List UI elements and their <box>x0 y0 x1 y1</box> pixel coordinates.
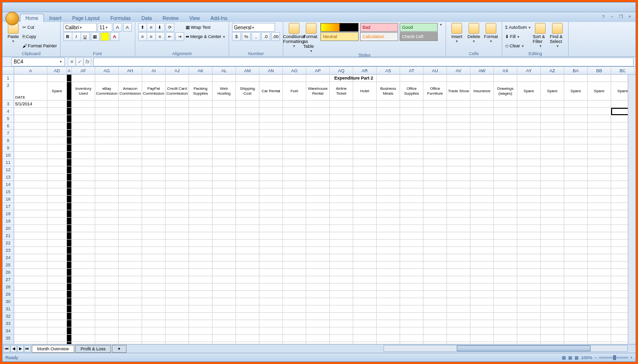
cell[interactable] <box>424 115 447 122</box>
cell[interactable] <box>259 144 283 152</box>
cell[interactable] <box>72 203 95 210</box>
header-cell[interactable]: Packing Supplies <box>189 82 213 101</box>
cell[interactable] <box>72 174 95 181</box>
cell[interactable] <box>119 305 142 313</box>
cell[interactable] <box>424 137 447 144</box>
cell[interactable] <box>236 130 259 137</box>
cell[interactable] <box>14 152 47 159</box>
cell[interactable] <box>353 313 377 320</box>
cell[interactable] <box>306 203 330 210</box>
column-header[interactable]: A <box>14 67 47 74</box>
cell[interactable] <box>306 291 330 298</box>
header-cell[interactable]: Insurance <box>470 82 494 101</box>
cell[interactable] <box>283 196 306 203</box>
cell[interactable] <box>14 240 47 247</box>
cell[interactable] <box>564 320 588 327</box>
column-header[interactable]: AG <box>95 67 119 74</box>
cell[interactable] <box>400 196 424 203</box>
cell[interactable] <box>400 152 424 159</box>
cell[interactable] <box>95 262 119 269</box>
cell[interactable] <box>259 159 283 166</box>
cell[interactable] <box>306 181 330 188</box>
decrease-indent-button[interactable]: ⇤ <box>166 32 174 41</box>
cell[interactable] <box>517 276 541 283</box>
cell[interactable] <box>213 108 236 115</box>
cell[interactable] <box>517 137 541 144</box>
cell[interactable] <box>95 152 119 159</box>
cell[interactable] <box>47 210 67 218</box>
cell[interactable] <box>330 254 353 262</box>
cell[interactable] <box>236 101 259 108</box>
align-bottom-button[interactable]: ⬇ <box>156 23 165 32</box>
cell[interactable] <box>283 225 306 232</box>
cell[interactable] <box>166 313 189 320</box>
cell[interactable] <box>67 188 72 196</box>
cell[interactable] <box>400 262 424 269</box>
cell[interactable] <box>564 218 588 225</box>
cell[interactable] <box>72 166 95 174</box>
cell[interactable] <box>14 166 47 174</box>
font-name-select[interactable]: Calibri ▼ <box>64 23 97 32</box>
row-header[interactable]: 23 <box>2 247 14 254</box>
cell[interactable] <box>541 203 564 210</box>
cell[interactable] <box>447 152 470 159</box>
cell[interactable] <box>541 254 564 262</box>
cell[interactable] <box>494 247 517 254</box>
cell[interactable] <box>283 181 306 188</box>
cell[interactable] <box>213 218 236 225</box>
cell[interactable] <box>47 218 67 225</box>
cell[interactable] <box>283 254 306 262</box>
increase-indent-button[interactable]: ⇥ <box>175 32 184 41</box>
cell[interactable] <box>67 166 72 174</box>
row-header[interactable]: 31 <box>2 305 14 313</box>
cell[interactable] <box>424 276 447 283</box>
cell[interactable] <box>377 298 400 305</box>
cell[interactable] <box>470 152 494 159</box>
cell[interactable] <box>67 240 72 247</box>
fill-color-button[interactable] <box>101 32 109 41</box>
cell[interactable] <box>142 262 166 269</box>
zoom-level[interactable]: 100% <box>581 355 592 360</box>
row-header[interactable]: 21 <box>2 232 14 240</box>
cell[interactable] <box>494 108 517 115</box>
row-header[interactable]: 22 <box>2 240 14 247</box>
cell[interactable] <box>494 174 517 181</box>
cell[interactable] <box>424 174 447 181</box>
cell[interactable] <box>400 254 424 262</box>
cell[interactable] <box>541 152 564 159</box>
cell[interactable] <box>564 335 588 342</box>
cell[interactable] <box>400 320 424 327</box>
cell[interactable] <box>213 101 236 108</box>
cell[interactable] <box>447 144 470 152</box>
cell[interactable] <box>95 101 119 108</box>
cell[interactable] <box>306 269 330 276</box>
cell[interactable] <box>259 262 283 269</box>
cell[interactable] <box>259 320 283 327</box>
cell[interactable] <box>142 203 166 210</box>
office-button[interactable] <box>5 12 19 25</box>
cell[interactable] <box>142 115 166 122</box>
cell[interactable] <box>494 144 517 152</box>
cell[interactable] <box>166 115 189 122</box>
cell[interactable] <box>424 196 447 203</box>
header-cell[interactable]: DATE <box>14 82 47 101</box>
cell[interactable] <box>166 174 189 181</box>
cell[interactable] <box>67 313 72 320</box>
cell[interactable] <box>142 240 166 247</box>
cell[interactable] <box>400 137 424 144</box>
cell[interactable] <box>541 276 564 283</box>
cell[interactable] <box>72 225 95 232</box>
cell[interactable] <box>119 240 142 247</box>
cell[interactable] <box>470 101 494 108</box>
cell[interactable] <box>72 137 95 144</box>
cell[interactable] <box>142 291 166 298</box>
cell[interactable] <box>447 262 470 269</box>
cell[interactable] <box>283 137 306 144</box>
cell[interactable] <box>213 115 236 122</box>
cell[interactable] <box>67 152 72 159</box>
cell[interactable] <box>189 144 213 152</box>
format-as-table-button[interactable]: Format as Table▼ <box>303 23 319 53</box>
sheet-nav-next[interactable]: ▶ <box>17 345 24 352</box>
zoom-slider[interactable] <box>599 357 628 359</box>
cell[interactable] <box>377 174 400 181</box>
